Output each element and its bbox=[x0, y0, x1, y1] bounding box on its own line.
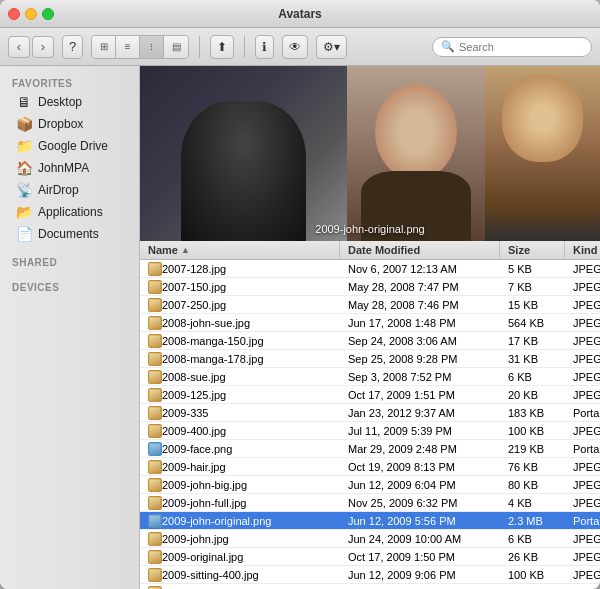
file-kind: JPEG Im bbox=[573, 263, 600, 275]
file-date-cell: Oct 19, 2009 8:13 PM bbox=[340, 458, 500, 475]
file-date-cell: Oct 17, 2009 1:51 PM bbox=[340, 386, 500, 403]
table-row[interactable]: 2009-stair-large.jpg Jun 12, 2009 5:49 P… bbox=[140, 584, 600, 589]
table-row[interactable]: 2009-original.jpg Oct 17, 2009 1:50 PM 2… bbox=[140, 548, 600, 566]
file-kind-cell: JPEG Im bbox=[565, 566, 600, 583]
file-size: 20 KB bbox=[508, 389, 538, 401]
file-date: May 28, 2008 7:47 PM bbox=[348, 281, 459, 293]
view-cover-button[interactable]: ▤ bbox=[164, 36, 188, 58]
file-size: 2.3 MB bbox=[508, 515, 543, 527]
documents-icon: 📄 bbox=[16, 226, 32, 242]
table-row[interactable]: 2009-125.jpg Oct 17, 2009 1:51 PM 20 KB … bbox=[140, 386, 600, 404]
file-icon bbox=[148, 352, 162, 366]
sidebar-item-applications[interactable]: 📂 Applications bbox=[4, 201, 135, 223]
table-row[interactable]: 2009-face.png Mar 29, 2009 2:48 PM 219 K… bbox=[140, 440, 600, 458]
header-size[interactable]: Size bbox=[500, 241, 565, 259]
view-list-button[interactable]: ≡ bbox=[116, 36, 140, 58]
action-button[interactable]: ? bbox=[62, 35, 83, 59]
file-rows: 2007-128.jpg Nov 6, 2007 12:13 AM 5 KB J… bbox=[140, 260, 600, 589]
file-name: 2009-125.jpg bbox=[162, 389, 226, 401]
share-button[interactable]: ⬆ bbox=[210, 35, 234, 59]
file-name-cell: 2009-john-big.jpg bbox=[140, 476, 340, 493]
file-name: 2009-john.jpg bbox=[162, 533, 229, 545]
file-date-cell: Jan 23, 2012 9:37 AM bbox=[340, 404, 500, 421]
table-row[interactable]: 2007-128.jpg Nov 6, 2007 12:13 AM 5 KB J… bbox=[140, 260, 600, 278]
toolbar-separator-2 bbox=[244, 36, 245, 58]
header-kind[interactable]: Kind bbox=[565, 241, 600, 259]
file-icon bbox=[148, 550, 162, 564]
back-button[interactable]: ‹ bbox=[8, 36, 30, 58]
view-buttons: ⊞ ≡ ⫶ ▤ bbox=[91, 35, 189, 59]
info-button[interactable]: ℹ bbox=[255, 35, 274, 59]
file-date-cell: Sep 24, 2008 3:06 AM bbox=[340, 332, 500, 349]
sidebar-item-documents[interactable]: 📄 Documents bbox=[4, 223, 135, 245]
minimize-button[interactable] bbox=[25, 8, 37, 20]
action-menu-button[interactable]: ⚙▾ bbox=[316, 35, 347, 59]
file-kind: JPEG Im bbox=[573, 479, 600, 491]
table-row[interactable]: 2009-400.jpg Jul 11, 2009 5:39 PM 100 KB… bbox=[140, 422, 600, 440]
table-row[interactable]: 2008-john-sue.jpg Jun 17, 2008 1:48 PM 5… bbox=[140, 314, 600, 332]
file-kind-cell: JPEG Im bbox=[565, 548, 600, 565]
table-row[interactable]: 2009-john-big.jpg Jun 12, 2009 6:04 PM 8… bbox=[140, 476, 600, 494]
file-kind: JPEG Im bbox=[573, 299, 600, 311]
file-date-cell: Nov 25, 2009 6:32 PM bbox=[340, 494, 500, 511]
eye-button[interactable]: 👁 bbox=[282, 35, 308, 59]
sidebar-item-dropbox[interactable]: 📦 Dropbox bbox=[4, 113, 135, 135]
header-date[interactable]: Date Modified bbox=[340, 241, 500, 259]
table-row[interactable]: 2009-john.jpg Jun 24, 2009 10:00 AM 6 KB… bbox=[140, 530, 600, 548]
file-kind-cell: JPEG Im bbox=[565, 260, 600, 277]
file-kind-cell: JPEG Im bbox=[565, 494, 600, 511]
table-row[interactable]: 2009-john-original.png Jun 12, 2009 5:56… bbox=[140, 512, 600, 530]
sidebar-item-airdrop[interactable]: 📡 AirDrop bbox=[4, 179, 135, 201]
sidebar-item-google-drive[interactable]: 📁 Google Drive bbox=[4, 135, 135, 157]
close-button[interactable] bbox=[8, 8, 20, 20]
file-date: May 28, 2008 7:46 PM bbox=[348, 299, 459, 311]
search-input[interactable] bbox=[459, 41, 583, 53]
file-size: 564 KB bbox=[508, 317, 544, 329]
file-date-cell: Jun 17, 2008 1:48 PM bbox=[340, 314, 500, 331]
file-date: Oct 17, 2009 1:50 PM bbox=[348, 551, 455, 563]
search-box[interactable]: 🔍 bbox=[432, 37, 592, 57]
table-row[interactable]: 2007-150.jpg May 28, 2008 7:47 PM 7 KB J… bbox=[140, 278, 600, 296]
file-icon bbox=[148, 334, 162, 348]
file-kind-cell: Portab bbox=[565, 440, 600, 457]
file-kind: JPEG Im bbox=[573, 533, 600, 545]
view-columns-button[interactable]: ⫶ bbox=[140, 36, 164, 58]
favorites-header: FAVORITES bbox=[0, 74, 139, 91]
forward-button[interactable]: › bbox=[32, 36, 54, 58]
header-name[interactable]: Name ▲ bbox=[140, 241, 340, 259]
preview-filename: 2009-john-original.png bbox=[315, 223, 424, 235]
toolbar: ‹ › ? ⊞ ≡ ⫶ ▤ ⬆ ℹ 👁 ⚙▾ 🔍 bbox=[0, 28, 600, 66]
file-name-cell: 2009-john-full.jpg bbox=[140, 494, 340, 511]
file-size: 4 KB bbox=[508, 497, 532, 509]
file-kind: Portab bbox=[573, 443, 600, 455]
table-row[interactable]: 2009-john-full.jpg Nov 25, 2009 6:32 PM … bbox=[140, 494, 600, 512]
table-row[interactable]: 2009-335 Jan 23, 2012 9:37 AM 183 KB Por… bbox=[140, 404, 600, 422]
table-row[interactable]: 2008-manga-150.jpg Sep 24, 2008 3:06 AM … bbox=[140, 332, 600, 350]
table-row[interactable]: 2008-manga-178.jpg Sep 25, 2008 9:28 PM … bbox=[140, 350, 600, 368]
file-date: Jun 17, 2008 1:48 PM bbox=[348, 317, 456, 329]
file-kind: JPEG Im bbox=[573, 353, 600, 365]
table-row[interactable]: 2009-hair.jpg Oct 19, 2009 8:13 PM 76 KB… bbox=[140, 458, 600, 476]
sidebar-item-johnmpa[interactable]: 🏠 JohnMPA bbox=[4, 157, 135, 179]
table-row[interactable]: 2007-250.jpg May 28, 2008 7:46 PM 15 KB … bbox=[140, 296, 600, 314]
file-date: Jun 12, 2009 9:06 PM bbox=[348, 569, 456, 581]
view-icon-button[interactable]: ⊞ bbox=[92, 36, 116, 58]
file-kind-cell: Portab bbox=[565, 512, 600, 529]
file-icon bbox=[148, 370, 162, 384]
file-size-cell: 76 KB bbox=[500, 458, 565, 475]
sidebar-item-desktop[interactable]: 🖥 Desktop bbox=[4, 91, 135, 113]
file-date: Oct 19, 2009 8:13 PM bbox=[348, 461, 455, 473]
table-row[interactable]: 2009-sitting-400.jpg Jun 12, 2009 9:06 P… bbox=[140, 566, 600, 584]
table-row[interactable]: 2008-sue.jpg Sep 3, 2008 7:52 PM 6 KB JP… bbox=[140, 368, 600, 386]
file-kind: JPEG Im bbox=[573, 425, 600, 437]
file-icon bbox=[148, 424, 162, 438]
file-size: 7 KB bbox=[508, 281, 532, 293]
file-name: 2007-150.jpg bbox=[162, 281, 226, 293]
file-kind-cell: JPEG Im bbox=[565, 368, 600, 385]
file-size-cell: 100 KB bbox=[500, 422, 565, 439]
photo-right bbox=[485, 66, 600, 241]
file-name-cell: 2009-125.jpg bbox=[140, 386, 340, 403]
file-list[interactable]: Name ▲ Date Modified Size Kind 2007-12 bbox=[140, 241, 600, 589]
maximize-button[interactable] bbox=[42, 8, 54, 20]
file-date: Mar 29, 2009 2:48 PM bbox=[348, 443, 457, 455]
